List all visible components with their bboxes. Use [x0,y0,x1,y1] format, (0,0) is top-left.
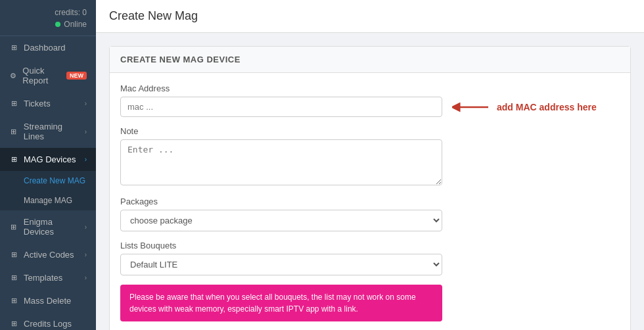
packages-label: Packages [120,197,620,206]
lists-bouquets-label: Lists Bouquets [120,241,620,250]
sidebar-item-quick-report[interactable]: ⚙ Quick Report NEW [0,59,96,92]
quick-report-icon: ⚙ [9,71,17,80]
packages-select[interactable]: choose package [120,210,442,231]
lists-bouquets-group: Lists Bouquets Default LITE [120,241,620,275]
tickets-icon: ⊞ [9,99,18,108]
new-badge: NEW [66,72,87,80]
chevron-right-icon: › [85,224,87,231]
sidebar-header: credits: 0 Online [0,0,96,36]
sidebar-item-mag-devices[interactable]: ⊞ MAG Devices › [0,148,96,171]
sidebar-item-label: Templates [24,273,62,283]
online-status: Online [9,20,87,29]
submenu-item-manage-mag[interactable]: Manage MAG [0,191,96,210]
mac-label: Mac Address [120,83,620,93]
main-content: Create New Mag CREATE NEW MAG DEVICE Mac… [96,0,644,330]
sidebar-item-label: Dashboard [24,43,66,53]
sidebar: credits: 0 Online ⊞ Dashboard ⚙ Quick Re… [0,0,96,330]
sidebar-item-label: Enigma Devices [24,217,85,237]
arrow-icon [452,99,492,115]
note-input[interactable] [120,139,442,185]
chevron-right-icon: › [85,274,87,281]
sidebar-menu: ⊞ Dashboard ⚙ Quick Report NEW ⊞ Tickets… [0,36,96,330]
sidebar-item-label: Streaming Lines [24,122,85,141]
templates-icon: ⊞ [9,273,18,283]
sidebar-item-streaming-lines[interactable]: ⊞ Streaming Lines › [0,115,96,148]
credits-logs-icon: ⊞ [9,319,18,329]
status-label: Online [64,20,87,29]
sidebar-item-label: Quick Report [22,66,66,85]
note-label: Note [120,126,620,136]
sidebar-item-enigma-devices[interactable]: ⊞ Enigma Devices › [0,210,96,243]
sidebar-item-dashboard[interactable]: ⊞ Dashboard [0,36,96,59]
sidebar-item-label: Mass Delete [24,296,71,306]
online-dot [55,22,60,27]
sidebar-item-tickets[interactable]: ⊞ Tickets › [0,92,96,115]
page-title: Create New Mag [109,9,198,22]
enigma-icon: ⊞ [9,222,18,231]
sidebar-item-label: MAG Devices [24,154,76,164]
form-card-header: CREATE NEW MAG DEVICE [110,47,630,73]
mass-delete-icon: ⊞ [9,296,18,306]
submenu-item-create-new-mag[interactable]: Create New MAG [0,171,96,191]
sidebar-item-label: Credits Logs [24,319,72,329]
packages-group: Packages choose package [120,197,620,231]
active-codes-icon: ⊞ [9,250,18,260]
form-card-body: Mac Address [110,73,630,330]
page-header: Create New Mag [96,0,644,33]
mac-address-group: Mac Address [120,83,620,117]
mag-devices-submenu: Create New MAG Manage MAG [0,171,96,210]
sidebar-item-active-codes[interactable]: ⊞ Active Codes › [0,243,96,266]
chevron-right-icon: › [85,128,87,135]
note-group: Note [120,126,620,187]
sidebar-item-label: Tickets [24,99,51,108]
mac-annotation: add MAC address here [452,99,597,115]
sidebar-item-credits-logs[interactable]: ⊞ Credits Logs [0,312,96,330]
mag-devices-icon: ⊞ [9,155,18,164]
lists-bouquets-select[interactable]: Default LITE [120,254,442,275]
credits-display: credits: 0 [9,8,87,17]
mac-input[interactable] [120,97,442,117]
form-card: CREATE NEW MAG DEVICE Mac Address [109,46,631,330]
sidebar-item-templates[interactable]: ⊞ Templates › [0,266,96,289]
annotation-text: add MAC address here [497,102,597,112]
alert-message: Please be aware that when you select all… [120,285,442,321]
sidebar-item-mass-delete[interactable]: ⊞ Mass Delete [0,289,96,312]
chevron-right-icon: › [85,100,87,107]
dashboard-icon: ⊞ [9,43,18,53]
sidebar-item-label: Active Codes [24,250,74,260]
streaming-icon: ⊞ [9,127,18,136]
chevron-right-icon: › [85,251,87,258]
chevron-right-icon: › [85,156,87,163]
page-content: CREATE NEW MAG DEVICE Mac Address [96,33,644,330]
